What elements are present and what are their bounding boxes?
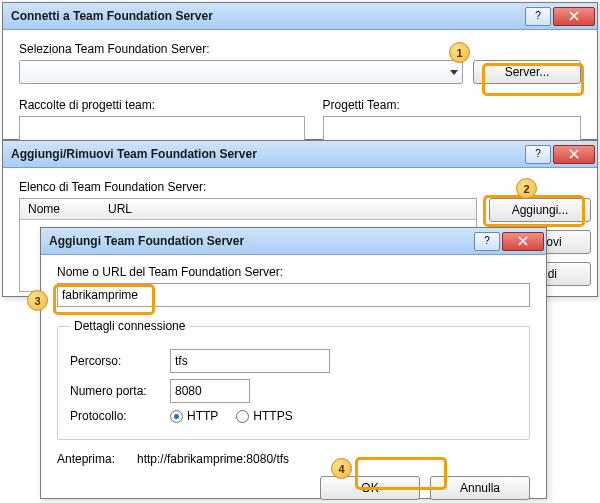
addserver-dialog-titlebar: Aggiungi Team Foundation Server ? — [41, 228, 546, 255]
path-label: Percorso: — [70, 354, 170, 368]
grid-header: Nome URL — [20, 199, 476, 220]
connection-details-legend: Dettagli connessione — [70, 319, 189, 333]
connect-dialog-body: Seleziona Team Foundation Server: Server… — [3, 30, 597, 156]
radio-icon — [236, 410, 249, 423]
close-icon — [568, 149, 580, 159]
projects-label: Progetti Team: — [323, 98, 581, 112]
addserver-dialog-body: Nome o URL del Team Foundation Server: f… — [41, 255, 546, 503]
connect-dialog-title: Connetti a Team Foundation Server — [11, 9, 523, 23]
port-label: Numero porta: — [70, 384, 170, 398]
servers-button[interactable]: Server... — [473, 60, 581, 84]
callout-4: 4 — [331, 458, 352, 479]
cancel-button[interactable]: Annulla — [430, 476, 530, 500]
callout-1: 1 — [449, 42, 470, 63]
collections-label: Raccolte di progetti team: — [19, 98, 305, 112]
col-name-header: Nome — [28, 202, 108, 216]
select-server-label: Seleziona Team Foundation Server: — [19, 42, 581, 56]
server-combo[interactable] — [19, 60, 463, 84]
port-value: 8080 — [175, 384, 202, 398]
help-button[interactable]: ? — [474, 232, 500, 251]
preview-label: Anteprima: — [57, 452, 137, 466]
path-value: tfs — [175, 354, 188, 368]
connect-dialog-titlebar: Connetti a Team Foundation Server ? — [3, 3, 597, 30]
server-list-label: Elenco di Team Foundation Server: — [19, 180, 581, 194]
callout-3: 3 — [27, 290, 48, 311]
close-button[interactable] — [553, 7, 595, 26]
server-name-label: Nome o URL del Team Foundation Server: — [57, 265, 530, 279]
addremove-dialog-title: Aggiungi/Rimuovi Team Foundation Server — [11, 147, 523, 161]
radio-icon — [170, 410, 183, 423]
https-label: HTTPS — [253, 409, 292, 423]
connect-dialog: Connetti a Team Foundation Server ? Sele… — [2, 2, 598, 140]
connection-details-group: Dettagli connessione Percorso: tfs Numer… — [57, 319, 530, 440]
add-server-button[interactable]: Aggiungi... — [489, 198, 591, 222]
preview-value: http://fabrikamprime:8080/tfs — [137, 452, 289, 466]
path-input[interactable]: tfs — [170, 349, 330, 373]
close-button[interactable] — [502, 232, 544, 251]
addserver-dialog-title: Aggiungi Team Foundation Server — [49, 234, 472, 248]
close-icon — [517, 236, 529, 246]
addserver-dialog: Aggiungi Team Foundation Server ? Nome o… — [40, 227, 547, 499]
help-button[interactable]: ? — [525, 145, 551, 164]
chevron-down-icon — [450, 70, 458, 75]
help-button[interactable]: ? — [525, 7, 551, 26]
col-url-header: URL — [108, 202, 132, 216]
protocol-label: Protocollo: — [70, 409, 170, 423]
addremove-dialog-titlebar: Aggiungi/Rimuovi Team Foundation Server … — [3, 141, 597, 168]
http-label: HTTP — [187, 409, 218, 423]
callout-2: 2 — [516, 178, 537, 199]
protocol-https-radio[interactable]: HTTPS — [236, 409, 292, 423]
close-button[interactable] — [553, 145, 595, 164]
ok-button[interactable]: OK — [320, 476, 420, 500]
server-name-input[interactable]: fabrikamprime — [57, 283, 530, 307]
close-icon — [568, 11, 580, 21]
port-input[interactable]: 8080 — [170, 379, 250, 403]
server-name-value: fabrikamprime — [62, 288, 138, 302]
protocol-http-radio[interactable]: HTTP — [170, 409, 218, 423]
